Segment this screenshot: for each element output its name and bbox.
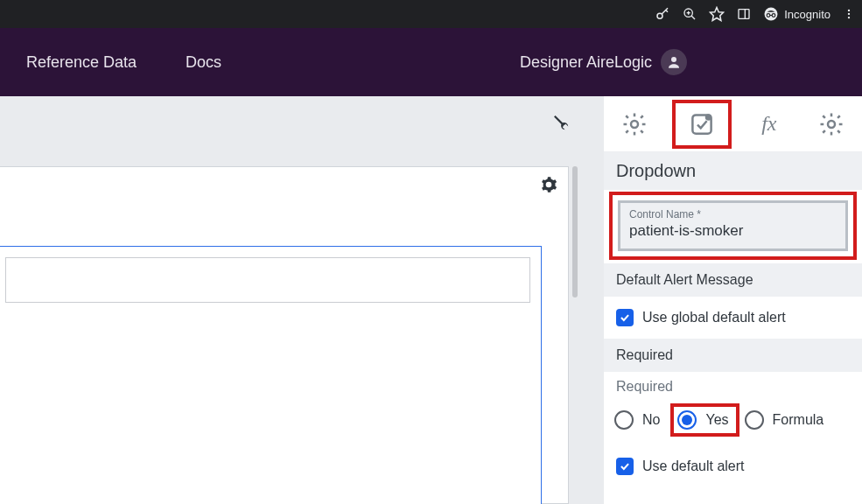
user-menu[interactable]: Designer AireLogic [520,49,687,75]
user-label: Designer AireLogic [520,53,652,72]
nav-reference-data[interactable]: Reference Data [26,53,137,72]
svg-point-14 [848,17,850,18]
radio-unchecked-icon [745,410,764,430]
svg-point-13 [848,13,850,15]
radio-unchecked-icon [614,410,634,430]
control-name-highlight: Control Name * patient-is-smoker [609,192,857,260]
avatar-icon [661,49,687,75]
selected-control-outline[interactable] [0,246,542,504]
tab-general[interactable] [610,103,659,145]
svg-line-2 [691,16,695,19]
canvas-pane [0,96,604,504]
control-name-value: patient-is-smoker [629,222,837,240]
checkbox-checked-icon[interactable] [616,309,634,326]
kebab-menu-icon[interactable] [843,6,855,22]
browser-chrome: Incognito [0,0,862,28]
required-option-no[interactable]: No [614,410,660,430]
fx-icon: fx [761,112,776,136]
scrollbar-thumb[interactable] [572,166,578,298]
wrench-icon[interactable] [548,113,571,132]
required-option-yes[interactable]: Yes [670,403,739,437]
tab-validation[interactable] [672,100,732,149]
svg-point-12 [848,10,850,11]
use-global-default-label: Use global default alert [642,310,786,326]
svg-point-15 [671,57,676,62]
tab-formula[interactable]: fx [745,103,794,145]
form-canvas[interactable] [0,166,569,504]
canvas-toolbar [0,96,604,149]
required-heading: Required [604,339,862,372]
svg-point-16 [631,121,638,128]
star-icon[interactable] [709,6,725,22]
svg-marker-5 [711,8,724,21]
app-header: Reference Data Docs Designer AireLogic [0,28,862,96]
tab-settings[interactable] [807,103,856,145]
default-alert-heading: Default Alert Message [604,263,862,297]
checkbox-checked-icon[interactable] [616,458,634,475]
zoom-icon[interactable] [683,7,697,21]
incognito-label: Incognito [784,8,830,21]
svg-point-8 [765,8,778,21]
gear-icon[interactable] [540,176,557,197]
incognito-badge[interactable]: Incognito [763,6,830,22]
dropdown-control-preview[interactable] [5,257,530,303]
radio-checked-icon [677,410,697,430]
properties-panel: fx Dropdown Control Name * patient-is-sm… [604,96,862,504]
control-name-input[interactable]: Control Name * patient-is-smoker [618,200,848,251]
use-default-alert-row[interactable]: Use default alert [604,445,862,487]
svg-point-19 [828,121,835,128]
use-global-default-row[interactable]: Use global default alert [604,297,862,339]
required-option-formula[interactable]: Formula [745,410,824,430]
svg-rect-6 [739,10,749,19]
nav-docs[interactable]: Docs [186,53,221,72]
required-radio-group: No Yes Formula [604,398,862,445]
control-name-label: Control Name * [629,208,837,220]
top-nav: Reference Data Docs [26,53,221,72]
panel-icon[interactable] [737,7,751,21]
panel-title: Dropdown [604,152,862,190]
required-label: Required [604,372,862,398]
svg-point-0 [657,13,662,18]
use-default-alert-label: Use default alert [642,458,745,474]
key-icon[interactable] [655,6,670,22]
panel-tab-row: fx [604,96,862,152]
svg-point-18 [705,114,712,121]
